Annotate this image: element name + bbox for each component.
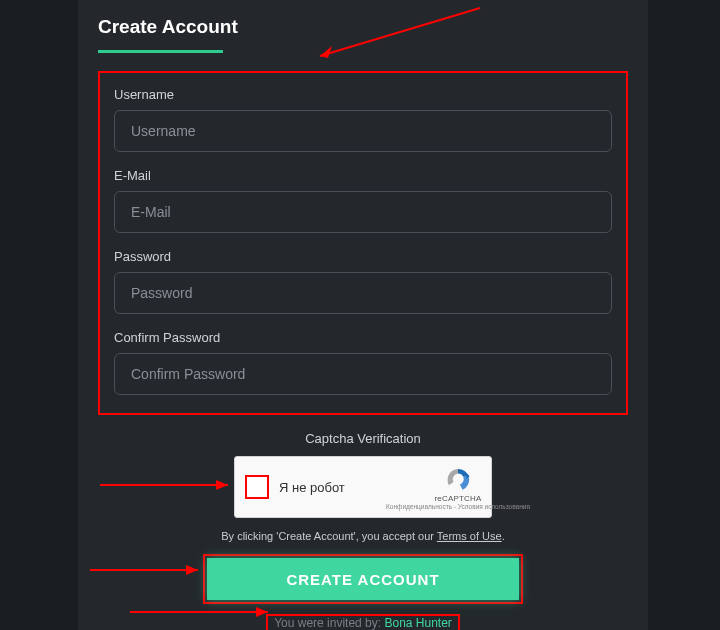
recaptcha-icon [445, 467, 471, 493]
invited-name: Bona Hunter [384, 616, 451, 630]
submit-highlight-box: CREATE ACCOUNT [203, 554, 523, 604]
invited-prefix: You were invited by: [274, 616, 384, 630]
captcha-container: Я не робот reCAPTCHA Конфиденциальность … [98, 456, 628, 518]
captcha-title: Captcha Verification [98, 431, 628, 446]
email-input[interactable] [114, 191, 612, 233]
username-label: Username [114, 87, 612, 102]
recaptcha-widget[interactable]: Я не робот reCAPTCHA Конфиденциальность … [234, 456, 492, 518]
invited-container: You were invited by: Bona Hunter [98, 614, 628, 630]
captcha-label: Я не робот [279, 480, 345, 495]
email-label: E-Mail [114, 168, 612, 183]
captcha-branding: reCAPTCHA Конфиденциальность - Условия и… [425, 457, 491, 517]
tos-suffix: . [502, 530, 505, 542]
create-account-button[interactable]: CREATE ACCOUNT [207, 558, 519, 600]
page-title: Create Account [98, 10, 628, 50]
title-underline [98, 50, 223, 53]
terms-of-use-link[interactable]: Terms of Use [437, 530, 502, 542]
create-account-panel: Create Account Username E-Mail Password … [78, 0, 648, 630]
captcha-terms: Конфиденциальность - Условия использован… [386, 503, 530, 510]
submit-container: CREATE ACCOUNT [98, 554, 628, 604]
form-fields-highlight-box: Username E-Mail Password Confirm Passwor… [98, 71, 628, 415]
captcha-brand: reCAPTCHA [434, 494, 481, 503]
terms-text: By clicking 'Create Account', you accept… [98, 530, 628, 542]
invited-highlight-box: You were invited by: Bona Hunter [266, 614, 460, 630]
password-label: Password [114, 249, 612, 264]
confirm-password-label: Confirm Password [114, 330, 612, 345]
username-input[interactable] [114, 110, 612, 152]
captcha-checkbox[interactable] [245, 475, 269, 499]
confirm-password-input[interactable] [114, 353, 612, 395]
tos-prefix: By clicking 'Create Account', you accept… [221, 530, 437, 542]
password-input[interactable] [114, 272, 612, 314]
